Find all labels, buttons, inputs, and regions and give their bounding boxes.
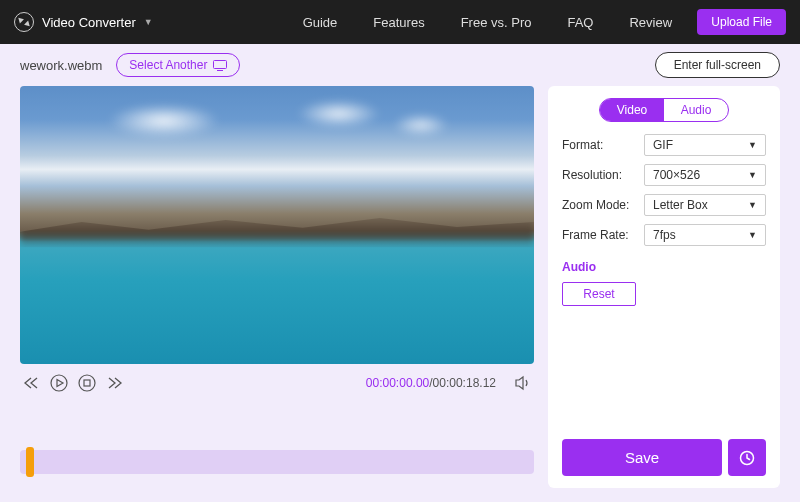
framerate-label: Frame Rate: — [562, 228, 644, 242]
resolution-label: Resolution: — [562, 168, 644, 182]
select-another-label: Select Another — [129, 58, 207, 72]
zoom-select[interactable]: Letter Box ▼ — [644, 194, 766, 216]
chevron-down-icon: ▼ — [748, 200, 757, 210]
format-value: GIF — [653, 138, 673, 152]
nav-features[interactable]: Features — [373, 15, 424, 30]
upload-file-button[interactable]: Upload File — [697, 9, 786, 35]
svg-point-3 — [79, 375, 95, 391]
volume-icon[interactable] — [514, 374, 532, 392]
format-select[interactable]: GIF ▼ — [644, 134, 766, 156]
reset-button[interactable]: Reset — [562, 282, 636, 306]
player: 00:00:00.00/00:00:18.12 — [20, 86, 534, 488]
framerate-value: 7fps — [653, 228, 676, 242]
audio-section-label: Audio — [562, 260, 766, 274]
chevron-down-icon: ▼ — [748, 140, 757, 150]
framerate-select[interactable]: 7fps ▼ — [644, 224, 766, 246]
schedule-button[interactable] — [728, 439, 766, 476]
zoom-label: Zoom Mode: — [562, 198, 644, 212]
timecode: 00:00:00.00/00:00:18.12 — [366, 376, 496, 390]
save-row: Save — [562, 439, 766, 476]
nav: Guide Features Free vs. Pro FAQ Review — [303, 15, 672, 30]
nav-review[interactable]: Review — [629, 15, 672, 30]
refresh-icon — [14, 12, 34, 32]
timeline[interactable] — [20, 450, 534, 474]
fullscreen-button[interactable]: Enter full-screen — [655, 52, 780, 78]
svg-point-2 — [51, 375, 67, 391]
current-time: 00:00:00.00 — [366, 376, 429, 390]
resolution-select[interactable]: 700×526 ▼ — [644, 164, 766, 186]
chevron-down-icon: ▼ — [748, 230, 757, 240]
rewind-icon[interactable] — [22, 374, 40, 392]
nav-free-vs-pro[interactable]: Free vs. Pro — [461, 15, 532, 30]
nav-faq[interactable]: FAQ — [567, 15, 593, 30]
forward-icon[interactable] — [106, 374, 124, 392]
chevron-down-icon: ▼ — [748, 170, 757, 180]
app-name: Video Converter — [42, 15, 136, 30]
topbar: Video Converter ▼ Guide Features Free vs… — [0, 0, 800, 44]
main: 00:00:00.00/00:00:18.12 Video Audio Form… — [0, 86, 800, 502]
subbar: wework.webm Select Another Enter full-sc… — [0, 44, 800, 86]
svg-rect-0 — [214, 60, 227, 68]
field-resolution: Resolution: 700×526 ▼ — [562, 164, 766, 186]
field-format: Format: GIF ▼ — [562, 134, 766, 156]
tab-video[interactable]: Video — [600, 99, 664, 121]
playhead[interactable] — [26, 447, 34, 477]
total-time: 00:00:18.12 — [433, 376, 496, 390]
save-button[interactable]: Save — [562, 439, 722, 476]
resolution-value: 700×526 — [653, 168, 700, 182]
play-icon[interactable] — [50, 374, 68, 392]
format-label: Format: — [562, 138, 644, 152]
monitor-icon — [213, 60, 227, 71]
svg-rect-4 — [84, 380, 90, 386]
video-preview[interactable] — [20, 86, 534, 364]
stop-icon[interactable] — [78, 374, 96, 392]
chevron-down-icon: ▼ — [144, 17, 153, 27]
player-controls: 00:00:00.00/00:00:18.12 — [20, 364, 534, 402]
field-framerate: Frame Rate: 7fps ▼ — [562, 224, 766, 246]
mode-toggle: Video Audio — [599, 98, 729, 122]
app-logo[interactable]: Video Converter ▼ — [14, 12, 153, 32]
tab-audio[interactable]: Audio — [664, 99, 728, 121]
zoom-value: Letter Box — [653, 198, 708, 212]
select-another-button[interactable]: Select Another — [116, 53, 240, 77]
settings-panel: Video Audio Format: GIF ▼ Resolution: 70… — [548, 86, 780, 488]
nav-guide[interactable]: Guide — [303, 15, 338, 30]
filename: wework.webm — [20, 58, 102, 73]
field-zoom: Zoom Mode: Letter Box ▼ — [562, 194, 766, 216]
clock-icon — [739, 450, 755, 466]
